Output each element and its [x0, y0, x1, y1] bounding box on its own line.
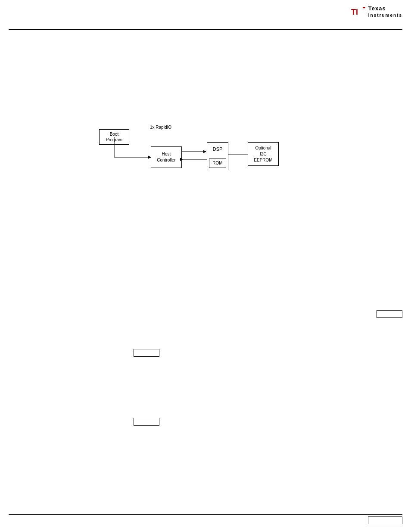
- bottom-right-box: [368, 516, 402, 524]
- diagram-area: BootProgram HostController DSP ROM Optio…: [95, 121, 319, 198]
- rapidio-label: 1x RapidIO: [150, 125, 171, 130]
- svg-text:TI: TI: [351, 8, 358, 16]
- bottom-rule: [9, 514, 402, 515]
- boot-program-box: BootProgram: [99, 129, 129, 145]
- ti-logo: TI Texas Instruments: [350, 5, 402, 18]
- ti-logo-icon: TI: [350, 5, 366, 18]
- small-box-lower: [134, 418, 159, 426]
- top-rule: [9, 29, 402, 30]
- ti-logo-text: Texas Instruments: [368, 5, 402, 18]
- rom-box: ROM: [209, 159, 226, 168]
- boot-program-label: BootProgram: [106, 131, 122, 143]
- eeprom-label: OptionalI2CEEPROM: [254, 145, 272, 163]
- host-controller-box: HostController: [151, 146, 182, 168]
- eeprom-box: OptionalI2CEEPROM: [248, 142, 279, 166]
- small-box-right: [377, 310, 402, 318]
- rom-label: ROM: [212, 160, 222, 166]
- host-controller-label: HostController: [157, 151, 175, 163]
- dsp-label: DSP: [207, 146, 228, 152]
- small-box-mid: [134, 349, 159, 357]
- dsp-box: DSP ROM: [207, 142, 228, 170]
